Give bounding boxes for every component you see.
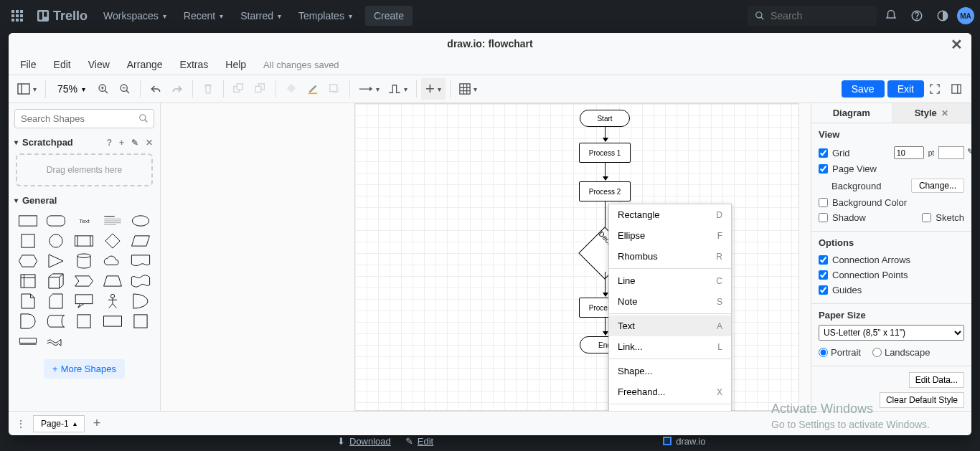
node-process-2[interactable]: Process 2 [579, 181, 631, 201]
background-change-button[interactable]: Change... [911, 179, 964, 193]
bgcolor-checkbox[interactable] [819, 198, 828, 207]
search-shapes-input[interactable] [14, 109, 154, 128]
shadow-checkbox[interactable] [819, 213, 828, 222]
shape-step[interactable] [71, 272, 98, 290]
scratchpad-dropzone[interactable]: Drag elements here [16, 153, 153, 186]
shape-card[interactable] [42, 292, 69, 310]
shape-diamond[interactable] [99, 232, 126, 250]
to-front-button[interactable] [228, 78, 250, 100]
shape-triangle[interactable] [42, 252, 69, 270]
fill-button[interactable] [281, 78, 302, 100]
general-header[interactable]: ▾ General [9, 192, 160, 209]
save-button[interactable]: Save [842, 80, 885, 98]
scratchpad-header[interactable]: ▾ Scratchpad ? + ✎ ✕ [9, 134, 160, 151]
shape-hexagon[interactable] [14, 252, 41, 270]
menu-help[interactable]: Help [217, 56, 255, 73]
shape-data-storage[interactable] [42, 312, 69, 331]
insert-button[interactable]: +▾ [421, 78, 446, 100]
shape-square2[interactable] [71, 312, 98, 331]
page-tab-1[interactable]: Page-1▴ [33, 415, 85, 432]
portrait-radio[interactable] [819, 348, 828, 357]
grid-checkbox[interactable] [819, 148, 828, 158]
trello-logo[interactable]: Trello [32, 9, 93, 24]
page-view-checkbox[interactable] [819, 164, 828, 174]
help-icon[interactable] [905, 4, 928, 27]
add-page-button[interactable]: + [88, 416, 107, 431]
shape-rect2[interactable] [99, 312, 126, 331]
menu-file[interactable]: File [11, 56, 45, 73]
shape-circle[interactable] [42, 232, 69, 250]
edge[interactable] [605, 318, 606, 335]
edit-data-button[interactable]: Edit Data... [909, 372, 964, 388]
menu-edit[interactable]: Edit [45, 56, 80, 73]
shape-cube[interactable] [42, 272, 69, 290]
shape-parallelogram[interactable] [128, 232, 154, 250]
edge[interactable] [605, 127, 606, 141]
fullscreen-button[interactable] [924, 78, 946, 100]
grid-size-input[interactable] [894, 146, 924, 159]
edit-link[interactable]: ✎Edit [405, 436, 433, 447]
conn-arrows-checkbox[interactable] [819, 255, 828, 265]
grid-color-swatch[interactable] [938, 146, 964, 159]
ctx-item-image[interactable]: Image... [609, 406, 731, 411]
shape-note[interactable] [14, 292, 41, 310]
redo-button[interactable] [166, 78, 188, 100]
conn-points-checkbox[interactable] [819, 270, 828, 280]
landscape-radio[interactable] [872, 348, 882, 357]
ctx-item-text[interactable]: TextA [609, 315, 731, 336]
shape-internal-storage[interactable] [14, 272, 41, 290]
nav-templates[interactable]: Templates▾ [291, 6, 359, 26]
zoom-out-button[interactable] [114, 78, 136, 100]
pages-menu-icon[interactable]: ⋮ [11, 414, 30, 433]
shape-ellipse[interactable] [128, 212, 154, 230]
scratchpad-edit-icon[interactable]: ✎ [130, 138, 140, 148]
download-link[interactable]: ⬇Download [337, 436, 391, 447]
shape-document[interactable] [128, 252, 154, 270]
trello-search[interactable] [748, 6, 877, 26]
canvas-page[interactable]: Start Process 1 Process 2 Decision 1 Yes… [354, 103, 799, 411]
nav-starred[interactable]: Starred▾ [233, 6, 288, 26]
menu-view[interactable]: View [80, 56, 118, 73]
shape-rounded[interactable] [42, 212, 69, 230]
shape-trapezoid[interactable] [99, 272, 126, 290]
canvas-area[interactable]: Start Process 1 Process 2 Decision 1 Yes… [161, 103, 811, 411]
view-toggle-button[interactable]: ▾ [13, 78, 41, 100]
shape-display[interactable] [14, 332, 41, 351]
modal-close-button[interactable]: ✕ [951, 36, 963, 53]
edge[interactable] [605, 272, 606, 296]
shape-cylinder[interactable] [71, 252, 98, 270]
clear-default-style-button[interactable]: Clear Default Style [880, 392, 964, 408]
paper-size-select[interactable]: US-Letter (8,5" x 11") [819, 325, 964, 341]
tab-style[interactable]: Style✕ [892, 103, 972, 123]
scratchpad-add-icon[interactable]: + [118, 138, 126, 148]
ctx-item-rectangle[interactable]: RectangleD [609, 204, 731, 225]
ctx-item-shape[interactable]: Shape... [609, 361, 731, 381]
node-process-1[interactable]: Process 1 [579, 143, 631, 163]
guides-checkbox[interactable] [819, 285, 828, 295]
shape-and[interactable] [14, 312, 41, 331]
close-icon[interactable]: ✕ [941, 108, 948, 118]
shape-tape[interactable] [128, 272, 154, 290]
create-button[interactable]: Create [365, 6, 413, 26]
shape-process[interactable] [71, 232, 98, 250]
ctx-item-note[interactable]: NoteS [609, 291, 731, 312]
line-color-button[interactable] [302, 78, 324, 100]
avatar[interactable]: MA [957, 7, 974, 24]
ctx-item-rhombus[interactable]: RhombusR [609, 246, 731, 267]
shadow-button[interactable] [324, 78, 345, 100]
shape-rect[interactable] [14, 212, 41, 230]
ctx-item-freehand[interactable]: Freehand...X [609, 381, 731, 402]
delete-button[interactable] [197, 78, 219, 100]
shape-text[interactable]: Text [71, 212, 98, 230]
node-start[interactable]: Start [580, 110, 630, 127]
shape-actor[interactable] [99, 292, 126, 310]
shape-rect3[interactable] [128, 312, 154, 331]
trello-search-input[interactable] [771, 10, 870, 22]
shape-callout[interactable] [71, 292, 98, 310]
shape-square[interactable] [14, 232, 41, 250]
ctx-item-link[interactable]: Link...L [609, 336, 731, 357]
apps-grid-icon[interactable] [6, 4, 29, 27]
shape-arrow[interactable] [42, 332, 69, 351]
zoom-select[interactable]: 75%▾ [50, 83, 93, 95]
menu-arrange[interactable]: Arrange [118, 56, 171, 73]
